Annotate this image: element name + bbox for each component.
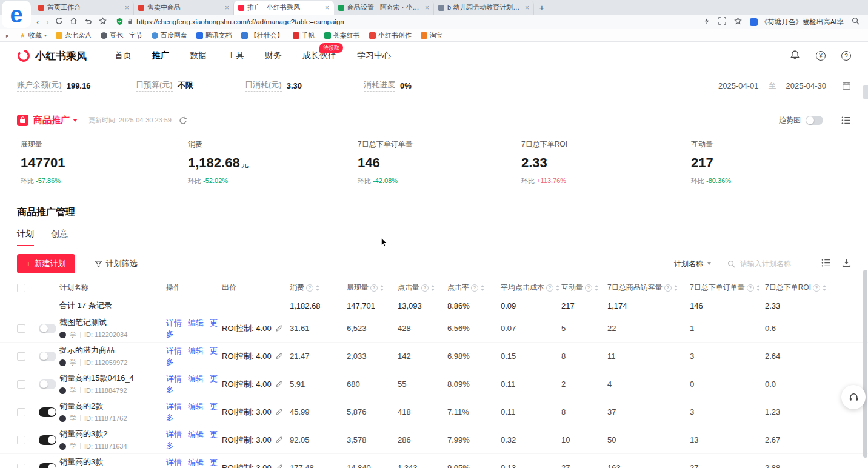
row-checkbox[interactable] (17, 380, 25, 389)
browser-tab[interactable]: 首页工作台 × (34, 1, 134, 15)
nav-item[interactable]: 成长伙伴 待领取 (302, 50, 336, 61)
calendar-icon[interactable] (842, 81, 851, 90)
browser-tab[interactable]: 商品设置 - 阿奇索 · 小红书自动 × (334, 1, 434, 15)
row-action-link[interactable]: 编辑 (188, 318, 204, 327)
vertical-scrollbar[interactable] (863, 270, 867, 458)
info-icon[interactable]: ? (546, 284, 553, 292)
nav-item[interactable]: 首页 (115, 50, 132, 61)
promo-type-select[interactable]: 商品推广 (33, 115, 70, 126)
row-action-link[interactable]: 编辑 (188, 346, 204, 355)
row-action-link[interactable]: 详情 (166, 402, 182, 411)
refresh-icon[interactable] (55, 16, 63, 27)
row-action-link[interactable]: 详情 (166, 430, 182, 439)
data-refresh-icon[interactable] (179, 116, 187, 125)
address-bar[interactable]: https://chengfeng.xiaohongshu.com/cf/ad/… (116, 18, 696, 27)
sort-icon[interactable] (756, 285, 760, 291)
browser-tab[interactable]: 售卖中商品 × (134, 1, 234, 15)
side-panel-handle[interactable] (863, 85, 868, 99)
bookmark-item[interactable]: ★ 收藏 ▾ (19, 31, 47, 40)
plan-toggle[interactable] (39, 435, 56, 445)
plan-toggle[interactable] (39, 324, 56, 333)
row-action-link[interactable]: 编辑 (188, 458, 204, 467)
info-icon[interactable]: ? (370, 284, 378, 292)
back-icon[interactable]: ‹ (36, 18, 39, 26)
info-icon[interactable]: ? (664, 284, 672, 292)
plan-toggle[interactable] (39, 352, 56, 361)
plan-name[interactable]: 销量高的15款0416_4 (59, 373, 166, 383)
manage-tab[interactable]: 创意 (51, 229, 68, 246)
plan-name[interactable]: 销量高的3款2 (59, 429, 166, 439)
edit-pencil-icon[interactable] (275, 352, 283, 360)
row-checkbox[interactable] (17, 352, 25, 361)
row-checkbox[interactable] (17, 324, 25, 333)
sort-icon[interactable] (380, 285, 384, 291)
bookmark-item[interactable]: 豆包 - 字节 (101, 31, 142, 40)
tab-close-icon[interactable]: × (125, 4, 129, 12)
row-checkbox[interactable] (17, 464, 25, 468)
sort-icon[interactable] (823, 285, 826, 291)
metrics-config-icon[interactable] (841, 116, 851, 125)
column-config-icon[interactable] (821, 258, 831, 270)
tab-close-icon[interactable]: × (325, 4, 329, 12)
date-end[interactable]: 2025-04-30 (786, 81, 827, 90)
browser-tab[interactable]: b 幼儿园劳动教育计划总结方案 × (434, 1, 534, 15)
hot-search-widget[interactable]: 《荷塘月色》被检出高AI率 (750, 18, 844, 27)
bookmark-item[interactable]: 千帆 (293, 31, 315, 40)
nav-item[interactable]: 数据 (190, 50, 207, 61)
bookmark-item[interactable]: 【壮壮会】 (241, 31, 284, 40)
bookmark-star-icon[interactable] (99, 16, 107, 27)
row-checkbox[interactable] (17, 436, 25, 444)
plan-name[interactable]: 销量高的2款 (59, 401, 166, 411)
lightning-icon[interactable] (703, 16, 710, 27)
forward-icon[interactable]: › (46, 18, 49, 26)
plan-search-input[interactable] (739, 259, 810, 269)
bookmark-item[interactable]: 百度网盘 (152, 31, 187, 40)
info-icon[interactable]: ? (306, 284, 313, 292)
info-icon[interactable]: ? (421, 284, 429, 292)
plan-toggle[interactable] (39, 407, 56, 417)
bookmark-item[interactable]: 腾讯文档 (196, 31, 232, 40)
tab-close-icon[interactable]: × (425, 4, 429, 12)
bookmark-item[interactable]: 荟案红书 (324, 31, 360, 40)
sort-icon[interactable] (481, 285, 484, 291)
browser-logo[interactable]: e (2, 1, 31, 28)
bookmark-item[interactable]: 杂七杂八 (56, 31, 92, 40)
info-icon[interactable]: ? (813, 284, 820, 292)
edit-pencil-icon[interactable] (275, 436, 283, 444)
edit-pencil-icon[interactable] (275, 464, 283, 468)
nav-item[interactable]: 推广 (152, 50, 169, 61)
edit-pencil-icon[interactable] (275, 380, 283, 388)
info-icon[interactable]: ? (585, 284, 592, 292)
favorite-star-icon[interactable] (734, 16, 742, 27)
row-action-link[interactable]: 编辑 (188, 402, 204, 411)
nav-item[interactable]: 财务 (265, 50, 282, 61)
info-icon[interactable]: ? (471, 284, 478, 292)
bookmark-item[interactable]: 小红书创作 (369, 31, 412, 40)
row-action-link[interactable]: 详情 (166, 374, 182, 383)
plan-filter-button[interactable]: 计划筛选 (91, 258, 141, 270)
new-tab-button[interactable]: + (534, 1, 550, 15)
bookmarks-expand-icon[interactable]: ▸ (6, 32, 9, 39)
screenshot-icon[interactable] (718, 16, 726, 27)
undo-icon[interactable] (84, 16, 92, 27)
plan-name[interactable]: 截图笔记测试 (59, 318, 166, 327)
trend-toggle[interactable] (806, 116, 823, 125)
finance-icon[interactable]: ¥ (816, 51, 826, 61)
tab-close-icon[interactable]: × (225, 4, 229, 12)
row-action-link[interactable]: 详情 (166, 318, 182, 327)
row-checkbox[interactable] (17, 408, 25, 416)
search-icon[interactable] (852, 16, 860, 27)
plan-toggle[interactable] (39, 379, 56, 389)
help-icon[interactable]: ? (841, 51, 851, 61)
row-action-link[interactable]: 编辑 (188, 374, 204, 383)
download-icon[interactable] (842, 258, 851, 270)
notification-bell-icon[interactable] (790, 50, 800, 62)
edit-pencil-icon[interactable] (275, 324, 283, 332)
row-action-link[interactable]: 详情 (166, 458, 182, 467)
row-action-link[interactable]: 编辑 (188, 430, 204, 439)
customer-service-button[interactable] (841, 385, 866, 409)
plan-name[interactable]: 销量高的3款 (59, 457, 166, 467)
sort-icon[interactable] (674, 285, 678, 291)
sort-icon[interactable] (595, 285, 598, 291)
sort-icon[interactable] (556, 285, 559, 291)
